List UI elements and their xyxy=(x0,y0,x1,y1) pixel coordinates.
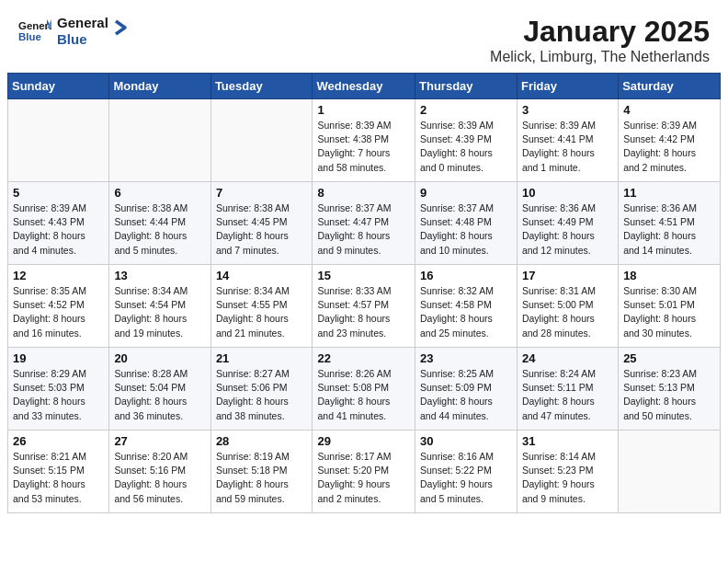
day-info: Sunrise: 8:14 AMSunset: 5:23 PMDaylight:… xyxy=(522,450,613,506)
day-cell: 31Sunrise: 8:14 AMSunset: 5:23 PMDayligh… xyxy=(517,431,618,513)
day-cell: 15Sunrise: 8:33 AMSunset: 4:57 PMDayligh… xyxy=(313,265,415,348)
day-info: Sunrise: 8:26 AMSunset: 5:08 PMDaylight:… xyxy=(317,367,410,423)
logo: General Blue General Blue xyxy=(18,15,131,48)
day-info: Sunrise: 8:39 AMSunset: 4:39 PMDaylight:… xyxy=(420,119,512,175)
weekday-header-monday: Monday xyxy=(109,74,210,99)
day-cell: 4Sunrise: 8:39 AMSunset: 4:42 PMDaylight… xyxy=(619,99,721,182)
day-number: 28 xyxy=(216,434,308,448)
day-number: 11 xyxy=(623,186,715,200)
day-info: Sunrise: 8:39 AMSunset: 4:41 PMDaylight:… xyxy=(522,119,613,175)
day-info: Sunrise: 8:36 AMSunset: 4:51 PMDaylight:… xyxy=(623,201,715,258)
day-cell: 14Sunrise: 8:34 AMSunset: 4:55 PMDayligh… xyxy=(210,265,313,348)
day-info: Sunrise: 8:34 AMSunset: 4:55 PMDaylight:… xyxy=(216,284,308,340)
day-info: Sunrise: 8:25 AMSunset: 5:09 PMDaylight:… xyxy=(420,367,512,423)
week-row-3: 12Sunrise: 8:35 AMSunset: 4:52 PMDayligh… xyxy=(8,265,721,348)
day-number: 17 xyxy=(522,269,613,282)
day-info: Sunrise: 8:31 AMSunset: 5:00 PMDaylight:… xyxy=(522,284,613,340)
day-cell: 24Sunrise: 8:24 AMSunset: 5:11 PMDayligh… xyxy=(517,348,618,431)
day-number: 10 xyxy=(522,186,613,200)
title-block: January 2025 Melick, Limburg, The Nether… xyxy=(490,15,710,65)
logo-chevron-icon xyxy=(110,17,131,38)
day-cell: 23Sunrise: 8:25 AMSunset: 5:09 PMDayligh… xyxy=(415,348,518,431)
day-cell: 20Sunrise: 8:28 AMSunset: 5:04 PMDayligh… xyxy=(109,348,210,431)
day-number: 26 xyxy=(13,434,104,448)
day-info: Sunrise: 8:21 AMSunset: 5:15 PMDaylight:… xyxy=(13,450,104,506)
weekday-row: SundayMondayTuesdayWednesdayThursdayFrid… xyxy=(8,74,721,99)
day-info: Sunrise: 8:16 AMSunset: 5:22 PMDaylight:… xyxy=(420,450,512,506)
day-info: Sunrise: 8:19 AMSunset: 5:18 PMDaylight:… xyxy=(216,450,308,506)
day-cell: 1Sunrise: 8:39 AMSunset: 4:38 PMDaylight… xyxy=(313,99,415,182)
day-info: Sunrise: 8:36 AMSunset: 4:49 PMDaylight:… xyxy=(522,201,613,258)
day-cell xyxy=(8,99,109,182)
day-number: 25 xyxy=(623,351,715,365)
day-info: Sunrise: 8:35 AMSunset: 4:52 PMDaylight:… xyxy=(13,284,104,340)
main-title: January 2025 xyxy=(490,15,710,49)
day-cell: 16Sunrise: 8:32 AMSunset: 4:58 PMDayligh… xyxy=(415,265,518,348)
day-number: 12 xyxy=(13,269,104,282)
day-cell: 3Sunrise: 8:39 AMSunset: 4:41 PMDaylight… xyxy=(517,99,618,182)
day-cell: 26Sunrise: 8:21 AMSunset: 5:15 PMDayligh… xyxy=(8,431,109,513)
day-info: Sunrise: 8:34 AMSunset: 4:54 PMDaylight:… xyxy=(114,284,205,340)
day-info: Sunrise: 8:23 AMSunset: 5:13 PMDaylight:… xyxy=(623,367,715,423)
day-info: Sunrise: 8:37 AMSunset: 4:48 PMDaylight:… xyxy=(420,201,512,258)
day-number: 14 xyxy=(216,269,308,282)
day-number: 5 xyxy=(13,186,104,200)
subtitle: Melick, Limburg, The Netherlands xyxy=(490,49,710,65)
day-number: 2 xyxy=(420,103,512,117)
day-number: 27 xyxy=(114,434,205,448)
day-number: 16 xyxy=(420,269,512,282)
day-cell: 11Sunrise: 8:36 AMSunset: 4:51 PMDayligh… xyxy=(619,182,721,265)
calendar-body: 1Sunrise: 8:39 AMSunset: 4:38 PMDaylight… xyxy=(8,99,721,513)
day-number: 7 xyxy=(216,186,308,200)
day-cell: 27Sunrise: 8:20 AMSunset: 5:16 PMDayligh… xyxy=(109,431,210,513)
week-row-5: 26Sunrise: 8:21 AMSunset: 5:15 PMDayligh… xyxy=(8,431,721,513)
day-number: 23 xyxy=(420,351,512,365)
day-number: 24 xyxy=(522,351,613,365)
day-cell: 18Sunrise: 8:30 AMSunset: 5:01 PMDayligh… xyxy=(619,265,721,348)
svg-text:General: General xyxy=(18,20,51,31)
day-cell xyxy=(210,99,313,182)
day-cell: 30Sunrise: 8:16 AMSunset: 5:22 PMDayligh… xyxy=(415,431,518,513)
day-number: 22 xyxy=(317,351,410,365)
day-cell: 7Sunrise: 8:38 AMSunset: 4:45 PMDaylight… xyxy=(210,182,313,265)
day-info: Sunrise: 8:39 AMSunset: 4:38 PMDaylight:… xyxy=(317,119,410,175)
day-number: 9 xyxy=(420,186,512,200)
logo-blue: Blue xyxy=(57,31,108,48)
day-info: Sunrise: 8:32 AMSunset: 4:58 PMDaylight:… xyxy=(420,284,512,340)
day-number: 8 xyxy=(317,186,410,200)
weekday-header-friday: Friday xyxy=(517,74,618,99)
day-cell: 17Sunrise: 8:31 AMSunset: 5:00 PMDayligh… xyxy=(517,265,618,348)
day-number: 6 xyxy=(114,186,205,200)
day-info: Sunrise: 8:24 AMSunset: 5:11 PMDaylight:… xyxy=(522,367,613,423)
week-row-1: 1Sunrise: 8:39 AMSunset: 4:38 PMDaylight… xyxy=(8,99,721,182)
day-number: 3 xyxy=(522,103,613,117)
day-cell: 12Sunrise: 8:35 AMSunset: 4:52 PMDayligh… xyxy=(8,265,109,348)
day-info: Sunrise: 8:17 AMSunset: 5:20 PMDaylight:… xyxy=(317,450,410,506)
day-info: Sunrise: 8:38 AMSunset: 4:44 PMDaylight:… xyxy=(114,201,205,258)
day-info: Sunrise: 8:30 AMSunset: 5:01 PMDaylight:… xyxy=(623,284,715,340)
day-info: Sunrise: 8:28 AMSunset: 5:04 PMDaylight:… xyxy=(114,367,205,423)
logo-icon: General Blue xyxy=(18,17,51,45)
logo-text: General xyxy=(57,15,108,31)
day-cell: 28Sunrise: 8:19 AMSunset: 5:18 PMDayligh… xyxy=(210,431,313,513)
day-number: 31 xyxy=(522,434,613,448)
page-header: General Blue General Blue January 2025 M… xyxy=(0,0,728,73)
day-cell xyxy=(109,99,210,182)
day-cell: 5Sunrise: 8:39 AMSunset: 4:43 PMDaylight… xyxy=(8,182,109,265)
calendar-table: SundayMondayTuesdayWednesdayThursdayFrid… xyxy=(7,73,721,513)
weekday-header-tuesday: Tuesday xyxy=(210,74,313,99)
day-info: Sunrise: 8:39 AMSunset: 4:43 PMDaylight:… xyxy=(13,201,104,258)
day-cell: 21Sunrise: 8:27 AMSunset: 5:06 PMDayligh… xyxy=(210,348,313,431)
day-number: 4 xyxy=(623,103,715,117)
day-info: Sunrise: 8:33 AMSunset: 4:57 PMDaylight:… xyxy=(317,284,410,340)
day-info: Sunrise: 8:20 AMSunset: 5:16 PMDaylight:… xyxy=(114,450,205,506)
day-info: Sunrise: 8:37 AMSunset: 4:47 PMDaylight:… xyxy=(317,201,410,258)
day-cell: 10Sunrise: 8:36 AMSunset: 4:49 PMDayligh… xyxy=(517,182,618,265)
day-cell xyxy=(619,431,721,513)
day-info: Sunrise: 8:38 AMSunset: 4:45 PMDaylight:… xyxy=(216,201,308,258)
calendar-header: SundayMondayTuesdayWednesdayThursdayFrid… xyxy=(8,74,721,99)
week-row-2: 5Sunrise: 8:39 AMSunset: 4:43 PMDaylight… xyxy=(8,182,721,265)
day-cell: 6Sunrise: 8:38 AMSunset: 4:44 PMDaylight… xyxy=(109,182,210,265)
day-info: Sunrise: 8:39 AMSunset: 4:42 PMDaylight:… xyxy=(623,119,715,175)
day-cell: 29Sunrise: 8:17 AMSunset: 5:20 PMDayligh… xyxy=(313,431,415,513)
